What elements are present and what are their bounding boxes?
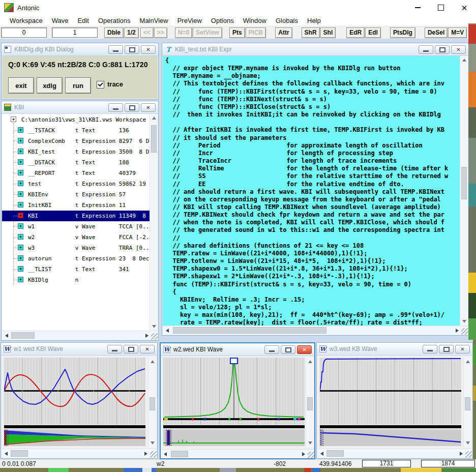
scrollbar-thumb[interactable] — [461, 167, 467, 199]
w3-horizontal-scrollbar[interactable] — [317, 449, 472, 458]
toolbar-button-edr[interactable]: EdR — [346, 27, 365, 38]
w2-overview-strip[interactable] — [163, 429, 305, 446]
scroll-down-icon[interactable] — [466, 441, 470, 445]
toolbar-button--[interactable]: << — [140, 27, 154, 38]
code-editor-area[interactable]: { // expr object TEMP.myname is invoked … — [163, 56, 461, 326]
close-button[interactable]: ✕ — [297, 345, 312, 354]
menu-item-workspace[interactable]: Workspace — [5, 17, 47, 24]
scroll-down-icon[interactable] — [151, 441, 155, 445]
w3-overview-strip[interactable] — [320, 429, 461, 446]
expand-icon[interactable] — [18, 149, 23, 154]
run-button[interactable]: run — [65, 77, 91, 94]
expand-icon[interactable] — [18, 202, 23, 208]
expand-icon[interactable] — [18, 245, 23, 250]
menu-item-edit[interactable]: Edit — [73, 17, 94, 24]
toolbar-button-setview[interactable]: SetView — [193, 27, 222, 38]
scroll-up-icon[interactable] — [152, 116, 156, 120]
scroll-left-icon[interactable] — [320, 452, 323, 456]
expand-icon[interactable] — [18, 127, 23, 133]
menu-item-operations[interactable]: Operations — [94, 17, 135, 24]
minimize-button[interactable] — [107, 345, 122, 353]
expand-icon[interactable] — [11, 116, 16, 122]
menu-item-preview[interactable]: PreView — [173, 17, 206, 24]
editor-vertical-scrollbar[interactable] — [460, 56, 468, 326]
scrollbar-thumb[interactable] — [326, 450, 344, 457]
expand-icon[interactable] — [18, 213, 23, 218]
scroll-right-icon[interactable] — [460, 452, 463, 456]
toolbar-button-shr[interactable]: ShR — [302, 27, 320, 38]
expand-icon[interactable] — [18, 191, 23, 197]
minimize-button[interactable] — [108, 45, 123, 54]
tree-item-dstack[interactable]: __DSTACK t Text 108 — [2, 157, 151, 168]
close-button[interactable]: ✕ — [141, 45, 156, 54]
tree-item-test[interactable]: test t Expression 59862 19 N — [2, 179, 151, 189]
scrollbar-thumb[interactable] — [307, 397, 313, 410]
app-close-button[interactable]: ✕ — [453, 0, 476, 15]
expand-icon[interactable] — [18, 159, 23, 165]
tree-item-kbienv[interactable]: KBIEnv t Expression 57 — [2, 189, 151, 200]
scroll-down-icon[interactable] — [462, 320, 466, 323]
toolbar-field-2[interactable] — [52, 27, 98, 38]
scroll-up-icon[interactable] — [462, 58, 466, 62]
w1-vertical-scrollbar[interactable] — [148, 358, 156, 447]
toolbar-button-attr[interactable]: Attr — [275, 27, 292, 38]
resize-grip[interactable] — [465, 451, 472, 458]
resize-grip[interactable] — [308, 452, 314, 458]
w1-horizontal-scrollbar[interactable] — [2, 449, 157, 458]
tree-item-kbi[interactable]: KBI t Expression 11349 8 D — [2, 211, 151, 221]
close-button[interactable]: ✕ — [141, 103, 156, 112]
tree-item-tlist[interactable]: __TLIST t Text 341 — [2, 264, 151, 275]
scrollbar-thumb[interactable] — [11, 332, 35, 339]
toolbar-button-m-v[interactable]: M=V — [448, 27, 467, 38]
toolbar-button--[interactable]: >> — [154, 27, 167, 38]
restore-button[interactable] — [125, 45, 139, 54]
scroll-left-icon[interactable] — [5, 452, 8, 456]
scrollbar-thumb[interactable] — [11, 450, 28, 457]
restore-button[interactable] — [439, 345, 454, 353]
w1-titlebar[interactable]: W w1 wed KBI Wave ✕ — [1, 343, 157, 356]
menu-item-globals[interactable]: Globals — [271, 17, 303, 24]
restore-button[interactable] — [281, 345, 295, 354]
scroll-right-icon[interactable] — [302, 452, 305, 456]
toolbar-button-edl[interactable]: Edl — [365, 27, 381, 38]
expand-icon[interactable] — [18, 234, 23, 240]
resize-grip[interactable] — [151, 333, 158, 340]
expand-icon[interactable] — [18, 223, 23, 229]
scroll-right-icon[interactable] — [144, 452, 147, 456]
restore-button[interactable] — [435, 45, 450, 54]
w1-waveform-plot[interactable] — [4, 358, 145, 425]
tree-item-autorun[interactable]: autorun t Expression 23 8 Dec 1 — [2, 253, 151, 264]
editor-horizontal-scrollbar[interactable] — [163, 326, 468, 335]
close-button[interactable]: ✕ — [455, 345, 470, 353]
w2-horizontal-scrollbar[interactable] — [161, 449, 314, 458]
menu-item-help[interactable]: Help — [303, 17, 325, 24]
minimize-button[interactable] — [108, 103, 123, 112]
kbi-tree-titlebar[interactable]: KBI ✕ — [2, 101, 158, 114]
trace-checkbox[interactable] — [97, 81, 104, 88]
scroll-left-icon[interactable] — [166, 329, 169, 333]
toolbar-button-n-0[interactable]: N=0 — [175, 27, 192, 38]
tree-item-w3[interactable]: w3 v Wave TRRA [0..0 — [2, 243, 151, 253]
scrollbar-thumb[interactable] — [151, 125, 157, 153]
toolbar-field-1[interactable] — [1, 27, 47, 38]
toolbar-button-desel[interactable]: DeSel — [425, 27, 448, 38]
scroll-left-icon[interactable] — [5, 334, 8, 338]
expand-icon[interactable] — [18, 266, 23, 272]
scroll-up-icon[interactable] — [308, 360, 312, 363]
exit-button[interactable]: exit — [8, 77, 34, 94]
w1-overview-strip[interactable] — [4, 429, 145, 446]
menu-item-mainview[interactable]: MainView — [135, 17, 173, 24]
tree-item-kbi_test[interactable]: KBI_test t Expression 3500 8 De — [2, 146, 151, 157]
restore-button[interactable] — [124, 345, 138, 353]
code-text[interactable]: { // expr object TEMP.myname is invoked … — [163, 56, 461, 326]
scroll-right-icon[interactable] — [145, 334, 148, 338]
toolbar-button-1-2[interactable]: 1/2 — [124, 27, 139, 38]
menu-item-options[interactable]: Options — [206, 17, 239, 24]
toolbar-button-pts[interactable]: Pts — [229, 27, 245, 38]
menu-item-window[interactable]: Window — [239, 17, 271, 24]
scrollbar-thumb[interactable] — [150, 397, 155, 410]
w3-waveform-plot[interactable] — [320, 358, 461, 425]
minimize-button[interactable] — [419, 45, 433, 54]
scroll-up-icon[interactable] — [151, 360, 155, 363]
status-field-2[interactable]: 1874 — [421, 460, 475, 467]
